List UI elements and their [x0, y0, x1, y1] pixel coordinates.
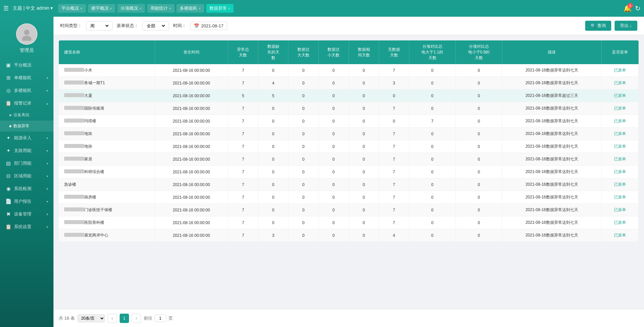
- cell-dispatched: 已派单: [602, 102, 639, 115]
- cell-dispatched: 已派单: [602, 64, 639, 77]
- dispatch-status-label: 派单状态：: [117, 23, 138, 29]
- sidebar-item-device-mgmt[interactable]: ✖ 设备管理 ▾: [0, 208, 53, 220]
- tab-data-anomaly[interactable]: 数据异常 ×: [206, 4, 234, 13]
- col-data-missing: 数据缺失的天数: [258, 40, 288, 64]
- export-button[interactable]: 导出 ↓: [615, 21, 637, 31]
- tab-multi-energy[interactable]: 多楼能耗 ×: [176, 4, 204, 13]
- refresh-icon[interactable]: ↻: [635, 4, 641, 12]
- sidebar-subitem-data-anomaly[interactable]: 数据异常: [0, 121, 53, 132]
- dispatch-status-select[interactable]: 全部 已派单 未派单: [142, 21, 169, 30]
- goto-page-input[interactable]: [154, 315, 166, 322]
- sidebar-item-platform[interactable]: ▣ 平台概况: [0, 59, 53, 71]
- next-page-btn[interactable]: ›: [132, 314, 141, 323]
- page-1-btn[interactable]: 1: [120, 314, 129, 323]
- col-data-same: 数据相同天数: [349, 40, 379, 64]
- cell-data-over-small-days: 0: [318, 64, 349, 77]
- content-area: 时间类型： 周 日 月 派单状态： 全部 已派单 未派单 时间： 📅 2021-: [53, 17, 644, 327]
- cell-ratio-lt-08-days: 0: [456, 102, 502, 115]
- prev-page-btn[interactable]: ‹: [108, 314, 117, 323]
- cell-data-missing-days: 0: [258, 140, 288, 153]
- sidebar-item-branch-energy[interactable]: ✦ 支路用能 ▾: [0, 144, 53, 157]
- sidebar-item-label: 多楼能耗: [14, 88, 31, 94]
- cell-data-over-small-days: 0: [318, 140, 349, 153]
- cell-building-name: ██████病房楼: [59, 191, 155, 204]
- sidebar-item-dept-energy[interactable]: ▤ 部门用能 ▾: [0, 157, 53, 170]
- col-occur-time: 发生时间: [155, 40, 228, 64]
- cell-data-missing-days: 5: [258, 90, 288, 102]
- sidebar-item-alarm[interactable]: 📋 报警记录 ▴: [0, 97, 53, 110]
- page-size-select[interactable]: 20条/页 50条/页 100条/页: [78, 314, 105, 322]
- cell-ratio-lt-08-days: 0: [456, 90, 502, 102]
- cell-no-data-days: 7: [379, 140, 409, 153]
- dispatch-status-dropdown[interactable]: 全部 已派单 未派单: [145, 23, 166, 29]
- col-data-over-large: 数据过大天数: [288, 40, 318, 64]
- sidebar-item-system-settings[interactable]: 📋 系统设置 ▾: [0, 220, 53, 233]
- platform-icon: ▣: [5, 62, 11, 68]
- sidebar-username: 管理员: [20, 47, 34, 53]
- sidebar-item-zone-energy[interactable]: ⊟ 区域用能 ▾: [0, 170, 53, 182]
- close-icon[interactable]: ×: [139, 6, 141, 10]
- cell-description: 2021-08-16数据异常达到七天: [502, 102, 601, 115]
- cell-abnormal-total-days: 5: [228, 90, 258, 102]
- sidebar-item-system-check[interactable]: ◉ 系统检测 ▾: [0, 182, 53, 195]
- cell-data-over-small-days: 0: [318, 191, 349, 204]
- cell-data-over-small-days: 0: [318, 204, 349, 216]
- cell-data-over-small-days: 0: [318, 166, 349, 178]
- close-icon[interactable]: ×: [199, 6, 201, 10]
- table-wrap: 建筑名称 发生时间 异常总天数 数据缺失的天数 数据过大天数 数据过小天数 数据…: [59, 40, 639, 242]
- cell-occur-time: 2021-08-16 00:00:00: [155, 77, 228, 90]
- svg-point-1: [22, 36, 31, 41]
- cell-dispatched: 已派单: [602, 90, 639, 102]
- sidebar-item-user-report[interactable]: 📄 用户报告 ▾: [0, 195, 53, 208]
- close-icon[interactable]: ×: [228, 6, 230, 10]
- cell-ratio-gt-11-days: 0: [409, 178, 456, 191]
- time-type-select[interactable]: 周 日 月: [86, 21, 113, 30]
- topbar: ☰ 主题 | 中文 admin ▾ 平台概况 × 楼宇概况 × 分项概况 × 用…: [0, 0, 644, 17]
- time-label: 时间：: [173, 23, 186, 29]
- close-icon[interactable]: ×: [110, 6, 112, 10]
- sidebar-subitem-device-offline[interactable]: 设备离线: [0, 110, 53, 121]
- pagination: 共 18 条 20条/页 50条/页 100条/页 ‹ 1 › 前往 页: [53, 309, 644, 327]
- chevron-down-icon: ▾: [46, 89, 48, 93]
- sidebar-item-multi-energy[interactable]: ◎ 多楼能耗 ▾: [0, 84, 53, 97]
- cell-ratio-gt-11-days: 0: [409, 128, 456, 140]
- tab-energy-stats[interactable]: 用能统计 ×: [147, 4, 174, 13]
- sidebar-item-energy-input[interactable]: ✦ 能源录入 ▾: [0, 132, 53, 144]
- main-layout: 管理员 ▣ 平台概况 ⊞ 单楼能耗 ▾ ◎ 多楼能耗 ▾ 📋 报警记录 ▴ 设备…: [0, 17, 644, 327]
- close-icon[interactable]: ×: [80, 6, 82, 10]
- cell-no-data-days: 7: [379, 153, 409, 166]
- cell-no-data-days: 7: [379, 191, 409, 204]
- cell-data-over-large-days: 0: [288, 153, 318, 166]
- chevron-down-icon: ▾: [46, 76, 48, 80]
- cell-dispatched: 已派单: [602, 204, 639, 216]
- cell-description: 2021-08-16数据异常达到七天: [502, 64, 601, 77]
- avatar: [16, 23, 37, 45]
- system-check-icon: ◉: [5, 186, 11, 192]
- sidebar-item-label: 能源录入: [14, 135, 31, 141]
- tab-platform-overview[interactable]: 平台概况 ×: [58, 4, 86, 13]
- cell-ratio-gt-11-days: 0: [409, 140, 456, 153]
- tab-item-overview[interactable]: 分项概况 ×: [117, 4, 145, 13]
- cell-ratio-lt-08-days: 0: [456, 216, 502, 229]
- sidebar-item-single-energy[interactable]: ⊞ 单楼能耗 ▾: [0, 71, 53, 84]
- time-type-dropdown[interactable]: 周 日 月: [89, 23, 110, 29]
- cell-no-data-days: 7: [379, 166, 409, 178]
- date-picker[interactable]: 📅 2021-08-17: [190, 22, 227, 30]
- cell-no-data-days: 7: [379, 128, 409, 140]
- close-icon[interactable]: ×: [169, 6, 171, 10]
- menu-icon[interactable]: ☰: [3, 5, 9, 12]
- cell-data-over-small-days: 0: [318, 102, 349, 115]
- cell-dispatched: 已派单: [602, 191, 639, 204]
- cell-ratio-lt-08-days: 0: [456, 153, 502, 166]
- notification-bell[interactable]: 🔔 6: [623, 4, 632, 12]
- query-button[interactable]: 🔍 查询: [585, 21, 611, 31]
- cell-ratio-gt-11-days: 0: [409, 77, 456, 90]
- col-no-data: 无数据天数: [379, 40, 409, 64]
- cell-data-same-days: 0: [349, 128, 379, 140]
- tab-label: 分项概况: [121, 5, 138, 11]
- cell-data-missing-days: 0: [258, 166, 288, 178]
- chevron-down-icon: ▾: [46, 225, 48, 229]
- tab-building-overview[interactable]: 楼宇概况 ×: [88, 4, 115, 13]
- cell-data-same-days: 0: [349, 229, 379, 242]
- cell-abnormal-total-days: 7: [228, 128, 258, 140]
